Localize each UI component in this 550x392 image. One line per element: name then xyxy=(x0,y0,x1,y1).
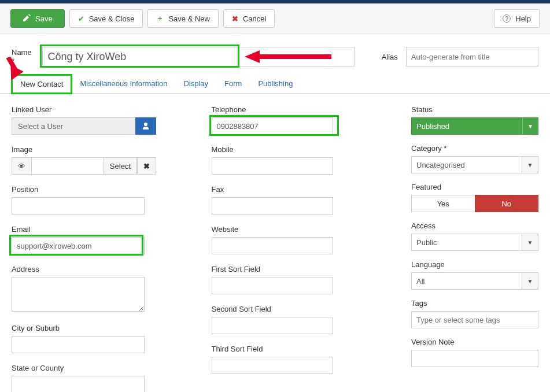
version-note-input[interactable] xyxy=(411,350,538,367)
image-clear-button[interactable]: ✖ xyxy=(137,157,156,175)
name-label: Name * xyxy=(12,48,34,65)
second-sort-label: Second Sort Field xyxy=(212,305,394,313)
category-dropdown[interactable]: Uncategorised ▼ xyxy=(411,156,538,173)
chevron-down-icon: ▼ xyxy=(522,272,538,290)
version-note-label: Version Note xyxy=(411,338,538,346)
mobile-input[interactable] xyxy=(212,157,333,175)
first-sort-label: First Sort Field xyxy=(212,265,394,273)
plus-icon: ＋ xyxy=(156,13,164,24)
tab-publishing[interactable]: Publishing xyxy=(250,75,301,93)
language-label: Language xyxy=(411,260,538,269)
save-close-button[interactable]: ✔ Save & Close xyxy=(69,9,143,28)
language-dropdown[interactable]: All ▼ xyxy=(411,272,538,290)
featured-no[interactable]: No xyxy=(475,195,539,212)
x-icon: ✖ xyxy=(143,162,150,171)
fax-label: Fax xyxy=(212,185,394,194)
email-input[interactable] xyxy=(12,237,145,254)
tab-form[interactable]: Form xyxy=(216,75,250,93)
second-sort-input[interactable] xyxy=(212,317,333,334)
position-label: Position xyxy=(12,185,194,194)
featured-yes[interactable]: Yes xyxy=(411,195,475,212)
access-dropdown[interactable]: Public ▼ xyxy=(411,234,538,251)
image-preview-button[interactable]: 👁 xyxy=(12,157,32,175)
position-input[interactable] xyxy=(12,197,145,215)
access-label: Access xyxy=(411,221,538,230)
state-label: State or County xyxy=(12,364,194,372)
chevron-down-icon: ▼ xyxy=(522,156,538,173)
image-select-button[interactable]: Select xyxy=(104,157,137,175)
telephone-input[interactable] xyxy=(212,117,333,135)
save-new-button[interactable]: ＋ Save & New xyxy=(147,9,219,28)
tab-misc[interactable]: Miscellaneous Information xyxy=(72,75,175,93)
check-icon: ✔ xyxy=(78,14,84,23)
eye-icon: 👁 xyxy=(18,162,25,171)
chevron-down-icon: ▼ xyxy=(522,117,538,135)
tab-new-contact[interactable]: New Contact xyxy=(12,75,72,94)
linked-user-select[interactable]: Select a User xyxy=(12,117,135,135)
save-button[interactable]: Save xyxy=(10,9,65,28)
first-sort-input[interactable] xyxy=(212,277,333,294)
featured-label: Featured xyxy=(411,183,538,191)
tags-label: Tags xyxy=(411,299,538,308)
question-icon: ? xyxy=(503,14,511,23)
image-label: Image xyxy=(12,145,194,154)
email-label: Email xyxy=(12,225,194,234)
cancel-button[interactable]: ✖ Cancel xyxy=(223,9,275,28)
status-label: Status xyxy=(411,105,538,114)
state-input[interactable] xyxy=(12,376,145,392)
help-button[interactable]: ? Help xyxy=(494,9,540,28)
category-label: Category * xyxy=(411,144,538,153)
city-label: City or Suburb xyxy=(12,324,194,332)
name-input[interactable] xyxy=(42,47,355,66)
tags-input[interactable] xyxy=(411,311,538,328)
cancel-icon: ✖ xyxy=(232,14,238,23)
telephone-label: Telephone xyxy=(212,105,394,114)
user-icon xyxy=(142,122,150,130)
address-input[interactable] xyxy=(12,277,145,312)
chevron-down-icon: ▼ xyxy=(522,234,538,251)
pencil-icon xyxy=(23,14,31,24)
website-label: Website xyxy=(212,225,394,234)
mobile-label: Mobile xyxy=(212,145,394,154)
alias-input[interactable] xyxy=(406,47,538,66)
status-dropdown[interactable]: Published ▼ xyxy=(411,117,538,135)
user-picker-button[interactable] xyxy=(135,117,156,135)
website-input[interactable] xyxy=(212,237,333,254)
address-label: Address xyxy=(12,265,194,273)
third-sort-input[interactable] xyxy=(212,357,333,374)
image-path-input[interactable] xyxy=(32,157,104,175)
featured-toggle[interactable]: Yes No xyxy=(411,195,538,212)
fax-input[interactable] xyxy=(212,197,333,215)
tab-display[interactable]: Display xyxy=(175,75,216,93)
city-input[interactable] xyxy=(12,336,145,353)
linked-user-label: Linked User xyxy=(12,105,194,114)
third-sort-label: Third Sort Field xyxy=(212,345,394,353)
alias-label: Alias xyxy=(382,53,398,61)
